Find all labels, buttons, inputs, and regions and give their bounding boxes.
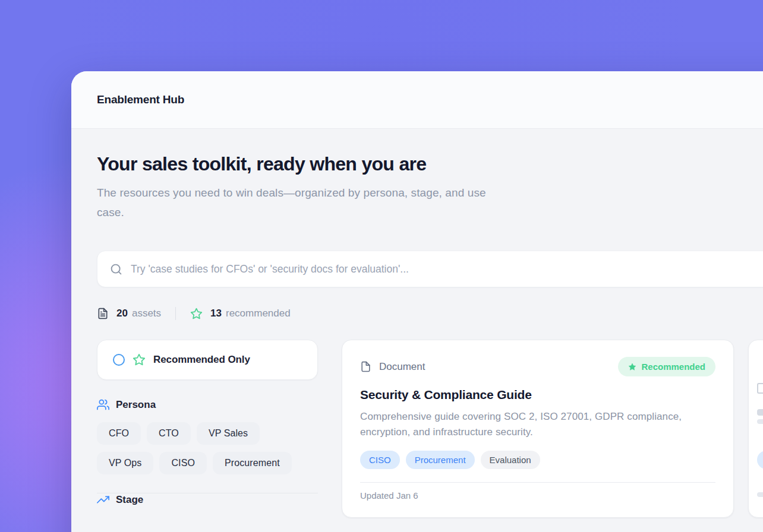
- stage-section-label: Stage: [116, 494, 143, 506]
- card-text-fragment: [757, 492, 763, 497]
- page-subtitle: The resources you need to win deals—orga…: [97, 183, 513, 222]
- persona-chip-ciso[interactable]: CISO: [159, 452, 207, 474]
- content-columns: Recommended Only Persona CFOCTOVP SalesV…: [97, 340, 763, 518]
- card-description: Comprehensive guide covering SOC 2, ISO …: [360, 409, 696, 440]
- recommended-stat: 13 recommended: [190, 308, 291, 320]
- app-header: Enablement Hub: [71, 71, 763, 129]
- card-updated-date: Updated Jan 6: [360, 483, 715, 508]
- card-tag-ciso: CISO: [360, 451, 400, 469]
- star-outline-icon: [190, 308, 203, 320]
- persona-chip-procurement[interactable]: Procurement: [213, 452, 292, 474]
- persona-chips: CFOCTOVP SalesVP OpsCISOProcurement: [97, 422, 318, 474]
- asset-card-security-compliance-guide[interactable]: Document Recommended Security & Complian…: [342, 340, 734, 518]
- recommended-only-toggle[interactable]: Recommended Only: [97, 340, 318, 380]
- file-text-icon: [97, 308, 109, 319]
- app-title: Enablement Hub: [97, 93, 184, 106]
- assets-count: 20: [116, 308, 128, 319]
- trending-up-icon: [97, 493, 109, 506]
- recommended-only-radio[interactable]: [113, 354, 125, 366]
- card-text-fragment: [757, 409, 763, 416]
- recommended-only-label: Recommended Only: [153, 354, 250, 366]
- page-background: Enablement Hub Your sales toolkit, ready…: [0, 0, 763, 532]
- asset-card-partial[interactable]: [748, 340, 763, 518]
- persona-chip-vp-ops[interactable]: VP Ops: [97, 452, 153, 474]
- persona-chip-cfo[interactable]: CFO: [97, 422, 141, 445]
- card-header-row: Document Recommended: [360, 357, 715, 376]
- asset-cards-grid: Document Recommended Security & Complian…: [342, 340, 763, 518]
- stage-section-header: Stage: [97, 493, 318, 506]
- persona-chip-cto[interactable]: CTO: [147, 422, 191, 445]
- star-filled-icon: [628, 363, 636, 371]
- stats-row: 20 assets 13 recommended: [97, 307, 763, 320]
- file-icon: [757, 383, 763, 394]
- search-bar[interactable]: [97, 251, 763, 287]
- persona-section-header: Persona: [97, 398, 318, 411]
- assets-label: assets: [132, 308, 161, 319]
- card-title: Security & Compliance Guide: [360, 388, 715, 402]
- card-type-label: Document: [379, 361, 425, 373]
- search-input[interactable]: [131, 263, 763, 276]
- app-window: Enablement Hub Your sales toolkit, ready…: [71, 71, 763, 532]
- card-text-fragment: [757, 419, 763, 424]
- card-tag-fragment: [757, 451, 763, 469]
- recommended-count: 13: [210, 308, 222, 319]
- main-content: Your sales toolkit, ready when you are T…: [71, 129, 763, 518]
- card-tag-procurement: Procurement: [406, 451, 475, 469]
- card-tag-evaluation: Evaluation: [481, 451, 540, 469]
- search-icon: [110, 263, 122, 276]
- star-outline-icon: [133, 353, 146, 366]
- page-title: Your sales toolkit, ready when you are: [97, 153, 763, 175]
- stats-divider: [175, 307, 176, 320]
- card-type: Document: [360, 361, 425, 373]
- recommended-badge-label: Recommended: [641, 362, 705, 372]
- users-icon: [97, 398, 109, 411]
- filters-sidebar: Recommended Only Persona CFOCTOVP SalesV…: [97, 340, 318, 506]
- assets-stat: 20 assets: [97, 308, 161, 319]
- file-icon: [360, 361, 371, 372]
- recommended-label: recommended: [226, 308, 291, 319]
- persona-section-label: Persona: [116, 399, 156, 411]
- recommended-badge: Recommended: [618, 357, 715, 376]
- persona-chip-vp-sales[interactable]: VP Sales: [197, 422, 260, 445]
- card-tags: CISOProcurementEvaluation: [360, 451, 715, 469]
